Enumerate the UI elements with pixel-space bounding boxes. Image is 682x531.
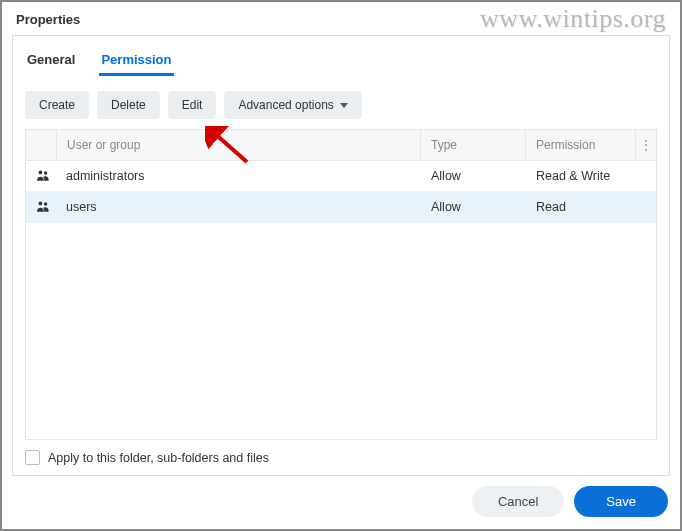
apply-recursive-label: Apply to this folder, sub-folders and fi… [48, 451, 269, 465]
create-button[interactable]: Create [25, 91, 89, 119]
apply-recursive-checkbox[interactable] [25, 450, 40, 465]
tab-permission[interactable]: Permission [99, 46, 173, 76]
row-permission-cell: Read [526, 192, 636, 222]
dialog-title: Properties [2, 2, 680, 35]
column-user[interactable]: User or group [56, 130, 420, 160]
table-row[interactable]: usersAllowRead [26, 192, 656, 223]
row-type-cell: Allow [421, 192, 526, 222]
dialog-footer: Cancel Save [2, 476, 680, 529]
column-permission[interactable]: Permission [525, 130, 635, 160]
row-user-cell: administrators [56, 161, 421, 191]
row-type-cell: Allow [421, 161, 526, 191]
column-icon [26, 130, 56, 160]
apply-recursive-row: Apply to this folder, sub-folders and fi… [25, 450, 657, 465]
properties-dialog: www.wintips.org Properties General Permi… [0, 0, 682, 531]
tab-general[interactable]: General [25, 46, 77, 76]
permissions-table: User or group Type Permission ⋮ administ… [25, 129, 657, 440]
cancel-button[interactable]: Cancel [472, 486, 564, 517]
row-more-cell [636, 192, 656, 222]
toolbar: Create Delete Edit Advanced options [25, 91, 657, 119]
row-icon-cell [26, 161, 56, 191]
advanced-options-button[interactable]: Advanced options [224, 91, 361, 119]
row-icon-cell [26, 192, 56, 222]
column-more[interactable]: ⋮ [635, 130, 656, 160]
column-type[interactable]: Type [420, 130, 525, 160]
group-icon [36, 170, 50, 182]
table-header: User or group Type Permission ⋮ [26, 130, 656, 161]
row-more-cell [636, 161, 656, 191]
advanced-options-label: Advanced options [238, 98, 333, 112]
table-body: administratorsAllowRead & WriteusersAllo… [26, 161, 656, 439]
delete-button[interactable]: Delete [97, 91, 160, 119]
table-row[interactable]: administratorsAllowRead & Write [26, 161, 656, 192]
row-permission-cell: Read & Write [526, 161, 636, 191]
group-icon [36, 201, 50, 213]
save-button[interactable]: Save [574, 486, 668, 517]
chevron-down-icon [340, 103, 348, 108]
row-user-cell: users [56, 192, 421, 222]
tab-bar: General Permission [25, 46, 657, 77]
edit-button[interactable]: Edit [168, 91, 217, 119]
dialog-content: General Permission Create Delete Edit Ad… [12, 35, 670, 476]
